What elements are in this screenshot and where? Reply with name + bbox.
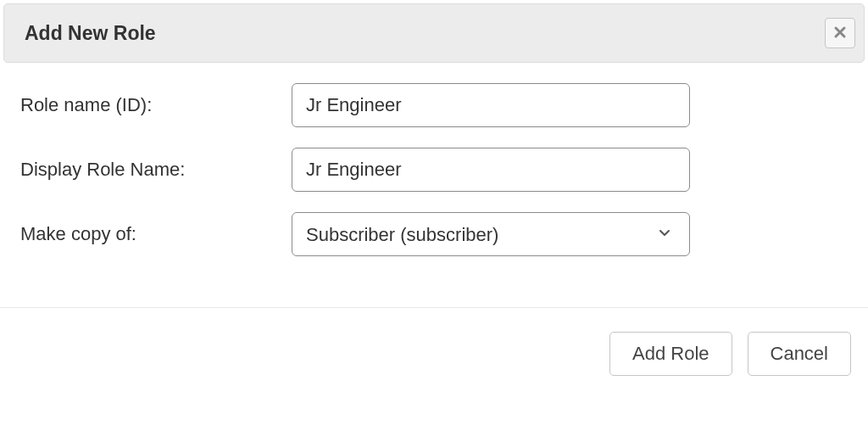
copy-of-select[interactable]: Subscriber (subscriber) <box>292 212 690 256</box>
dialog-header: Add New Role <box>3 3 865 63</box>
add-role-dialog: Add New Role Role name (ID): Display Rol… <box>0 3 868 393</box>
dialog-body: Role name (ID): Display Role Name: Make … <box>0 66 868 283</box>
close-icon <box>833 24 847 43</box>
copy-of-label: Make copy of: <box>20 223 292 245</box>
dialog-footer: Add Role Cancel <box>0 308 868 393</box>
close-button[interactable] <box>825 18 855 48</box>
form-row-display-name: Display Role Name: <box>20 148 848 192</box>
add-role-button[interactable]: Add Role <box>609 332 732 376</box>
form-row-copy-of: Make copy of: Subscriber (subscriber) <box>20 212 848 256</box>
role-name-label: Role name (ID): <box>20 94 292 116</box>
role-name-input[interactable] <box>292 83 690 127</box>
copy-of-select-wrapper: Subscriber (subscriber) <box>292 212 690 256</box>
display-name-label: Display Role Name: <box>20 159 292 181</box>
form-row-role-name: Role name (ID): <box>20 83 848 127</box>
display-name-input[interactable] <box>292 148 690 192</box>
cancel-button[interactable]: Cancel <box>748 332 851 376</box>
dialog-title: Add New Role <box>25 22 156 45</box>
